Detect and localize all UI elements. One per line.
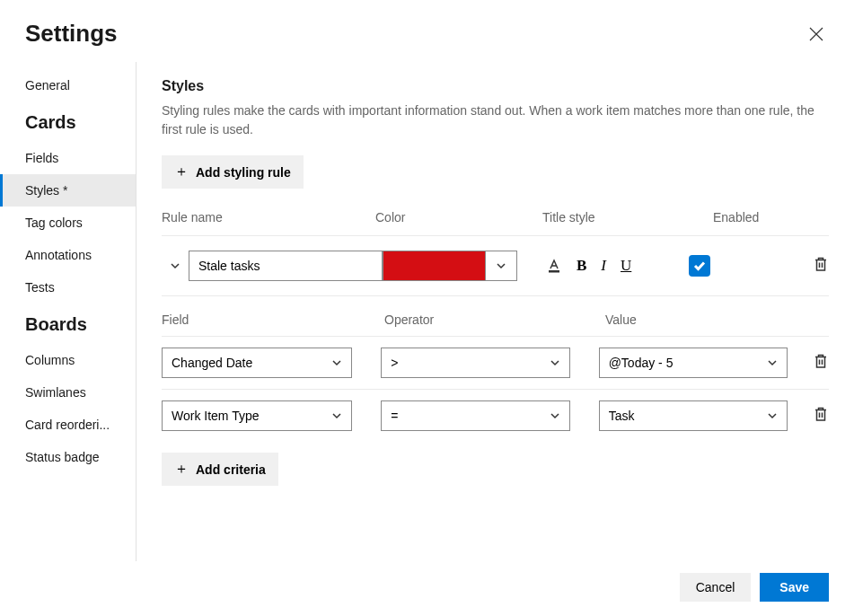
sidebar-section-cards: Cards <box>0 101 136 142</box>
delete-rule-button[interactable] <box>813 256 829 276</box>
add-criteria-label: Add criteria <box>196 462 266 477</box>
enabled-cell <box>689 255 710 277</box>
sidebar-item-annotations[interactable]: Annotations <box>0 239 136 271</box>
col-color: Color <box>375 210 542 224</box>
underline-button[interactable]: U <box>619 255 633 277</box>
chevron-down-icon <box>496 260 506 271</box>
sidebar-item-styles[interactable]: Styles * <box>0 174 136 207</box>
font-color-button[interactable] <box>544 256 564 276</box>
criteria-field-select[interactable]: Work Item Type <box>162 400 352 431</box>
color-dropdown-button[interactable] <box>485 251 517 281</box>
chevron-down-icon <box>331 410 342 421</box>
trash-icon <box>813 256 829 272</box>
chevron-down-icon <box>767 357 778 368</box>
sidebar-item-card-reordering[interactable]: Card reorderi... <box>0 409 136 441</box>
save-button[interactable]: Save <box>760 573 829 602</box>
close-button[interactable] <box>804 22 829 47</box>
criteria-field-select[interactable]: Changed Date <box>162 348 352 378</box>
sidebar-item-fields[interactable]: Fields <box>0 142 136 174</box>
color-swatch[interactable] <box>383 251 485 281</box>
criteria-row: Work Item Type = Task <box>162 389 829 442</box>
criteria-value-select[interactable]: Task <box>599 400 788 431</box>
bold-button[interactable]: B <box>575 255 588 277</box>
chevron-down-icon <box>170 260 180 271</box>
chevron-down-icon <box>550 410 560 421</box>
delete-criteria-button[interactable] <box>813 353 829 373</box>
rule-row: B I U <box>162 235 829 296</box>
chevron-down-icon <box>550 357 560 368</box>
main-heading: Styles <box>162 78 829 94</box>
cancel-button[interactable]: Cancel <box>680 573 752 602</box>
rule-name-input[interactable] <box>189 251 383 281</box>
criteria-field-value: Work Item Type <box>172 409 260 423</box>
sidebar-item-status-badge[interactable]: Status badge <box>0 441 136 473</box>
close-icon <box>809 27 823 41</box>
sidebar-item-tests[interactable]: Tests <box>0 271 136 304</box>
plus-icon: ＋ <box>174 163 189 181</box>
criteria-operator-value: > <box>391 356 398 370</box>
criteria-columns-header: Field Operator Value <box>162 312 829 336</box>
main-panel: Styles Styling rules make the cards with… <box>136 62 854 561</box>
criteria-value-text: Task <box>609 409 635 423</box>
main-description: Styling rules make the cards with import… <box>162 101 829 139</box>
footer: Cancel Save <box>655 559 854 616</box>
criteria-value-select[interactable]: @Today - 5 <box>599 348 788 378</box>
add-styling-rule-button[interactable]: ＋ Add styling rule <box>162 155 304 189</box>
add-styling-rule-label: Add styling rule <box>196 165 291 180</box>
chevron-down-icon <box>331 357 342 368</box>
col-rule-name: Rule name <box>162 210 375 224</box>
criteria-operator-value: = <box>391 409 398 423</box>
trash-icon <box>813 406 829 422</box>
add-criteria-button[interactable]: ＋ Add criteria <box>162 453 278 486</box>
chevron-down-icon <box>767 410 778 421</box>
sidebar-item-swimlanes[interactable]: Swimlanes <box>0 376 136 409</box>
col-operator: Operator <box>384 312 605 327</box>
enabled-checkbox[interactable] <box>689 255 710 277</box>
sidebar-section-boards: Boards <box>0 304 136 344</box>
trash-icon <box>813 353 829 369</box>
italic-button[interactable]: I <box>599 255 608 277</box>
col-enabled: Enabled <box>713 210 794 224</box>
sidebar-item-columns[interactable]: Columns <box>0 344 136 376</box>
col-value: Value <box>605 312 803 327</box>
sidebar: General Cards Fields Styles * Tag colors… <box>0 62 136 561</box>
criteria-field-value: Changed Date <box>172 356 252 370</box>
criteria-value-text: @Today - 5 <box>609 356 674 370</box>
col-field: Field <box>162 312 384 327</box>
criteria-operator-select[interactable]: > <box>381 348 569 378</box>
col-title-style: Title style <box>542 210 713 224</box>
plus-icon: ＋ <box>174 460 189 479</box>
delete-criteria-button[interactable] <box>813 406 829 426</box>
checkmark-icon <box>693 260 706 272</box>
sidebar-item-tag-colors[interactable]: Tag colors <box>0 207 136 239</box>
title-style-group: B I U <box>544 255 633 277</box>
svg-rect-0 <box>549 270 559 273</box>
criteria-operator-select[interactable]: = <box>381 400 569 431</box>
font-color-icon <box>546 258 562 274</box>
page-title: Settings <box>25 20 118 48</box>
sidebar-item-general[interactable]: General <box>0 69 136 101</box>
criteria-row: Changed Date > @Today - 5 <box>162 336 829 389</box>
rule-columns-header: Rule name Color Title style Enabled <box>162 210 829 235</box>
expand-chevron[interactable] <box>162 260 189 271</box>
